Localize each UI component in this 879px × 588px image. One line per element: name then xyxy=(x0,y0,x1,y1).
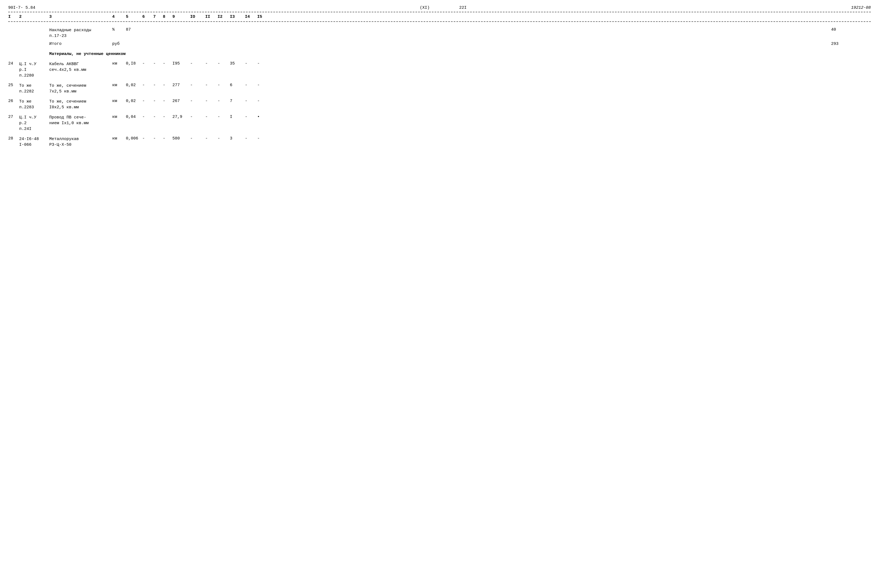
table-row: 25То жеп.2282То же, сечением7х2,5 кв.ммк… xyxy=(8,81,871,96)
header-divider xyxy=(8,21,871,22)
row-c13: I xyxy=(230,115,245,119)
overhead-section: Накладные расходы п.17-23 % 87 40 Итого … xyxy=(8,23,871,47)
row-c15: - xyxy=(257,61,270,66)
overhead-row-2: Итого руб 293 xyxy=(8,40,871,47)
row-c15: • xyxy=(257,115,270,119)
page-header: 90I-7- 5.84 (XI) 22I 19212-08 xyxy=(8,6,871,10)
row-desc: Провод ПВ сече-нием Iх1,0 кв.мм xyxy=(49,115,112,126)
row-c14: - xyxy=(245,83,257,87)
row-desc: То же, сечениемI0х2,5 кв.мм xyxy=(49,99,112,110)
overhead-unit-1: % xyxy=(112,27,126,32)
row-ref: Ц.I ч.Ур.2п.24I xyxy=(19,115,49,132)
row-c8: - xyxy=(163,115,173,119)
col-header-9: 9 xyxy=(173,15,190,19)
overhead-label-2: Итого xyxy=(49,42,112,46)
row-c13: 35 xyxy=(230,61,245,66)
col-header-8: 8 xyxy=(163,15,173,19)
row-num: 27 xyxy=(8,115,19,119)
row-c7: - xyxy=(153,115,163,119)
overhead-val5-1: 87 xyxy=(126,27,142,32)
col-header-14: I4 xyxy=(245,15,257,19)
row-c7: - xyxy=(153,83,163,87)
row-c5: 0,I8 xyxy=(126,61,142,66)
row-c11: - xyxy=(205,115,218,119)
table-row: 26То жеп.2283То же, сечениемI0х2,5 кв.мм… xyxy=(8,96,871,112)
row-c14: - xyxy=(245,115,257,119)
row-num: 26 xyxy=(8,99,19,104)
row-c14: - xyxy=(245,99,257,104)
row-c12: - xyxy=(218,83,230,87)
row-c7: - xyxy=(153,136,163,141)
row-c12: - xyxy=(218,61,230,66)
col-header-11: II xyxy=(205,15,218,19)
row-desc: МеталлорукавРЗ-Ц-Х-50 xyxy=(49,136,112,148)
row-c7: - xyxy=(153,99,163,104)
row-unit: км xyxy=(112,136,126,141)
row-c7: - xyxy=(153,61,163,66)
row-c8: - xyxy=(163,99,173,104)
row-c13: 3 xyxy=(230,136,245,141)
row-c9: I95 xyxy=(173,61,190,66)
row-c8: - xyxy=(163,61,173,66)
doc-number-left: 90I-7- 5.84 xyxy=(8,6,35,10)
col-header-13: I3 xyxy=(230,15,245,19)
row-c6: - xyxy=(142,61,153,66)
row-desc: То же, сечением7х2,5 кв.мм xyxy=(49,83,112,94)
col-header-10: IO xyxy=(190,15,205,19)
overhead-col13-1: 40 xyxy=(831,27,846,32)
col-header-15: I5 xyxy=(257,15,270,19)
row-ref: Ц.I ч.Ур.Iп.2280 xyxy=(19,61,49,78)
row-c13: 7 xyxy=(230,99,245,104)
row-num: 25 xyxy=(8,83,19,87)
table-row: 24Ц.I ч.Ур.Iп.2280Кабель АКВВГсеч.4х2,5 … xyxy=(8,59,871,81)
row-num: 24 xyxy=(8,61,19,66)
row-ref: То жеп.2282 xyxy=(19,83,49,94)
row-c6: - xyxy=(142,136,153,141)
row-c12: - xyxy=(218,136,230,141)
row-c15: - xyxy=(257,136,270,141)
column-headers: I 2 3 4 5 6 7 8 9 IO II I2 I3 I4 I5 xyxy=(8,14,871,20)
row-c8: - xyxy=(163,136,173,141)
row-c10: - xyxy=(190,115,205,119)
row-c9: 267 xyxy=(173,99,190,104)
data-rows: 24Ц.I ч.Ур.Iп.2280Кабель АКВВГсеч.4х2,5 … xyxy=(8,59,871,150)
overhead-label-1: Накладные расходы п.17-23 xyxy=(49,27,112,39)
row-c6: - xyxy=(142,99,153,104)
row-c6: - xyxy=(142,83,153,87)
row-c15: - xyxy=(257,83,270,87)
section-title-row: Материалы, не учтенные ценником xyxy=(8,47,871,59)
table-row: 27Ц.I ч.Ур.2п.24IПровод ПВ сече-нием Iх1… xyxy=(8,112,871,134)
col-header-6: 6 xyxy=(142,15,153,19)
row-unit: км xyxy=(112,61,126,66)
row-num: 28 xyxy=(8,136,19,141)
overhead-row-1: Накладные расходы п.17-23 % 87 40 xyxy=(8,26,871,40)
row-c5: 0,04 xyxy=(126,115,142,119)
row-c10: - xyxy=(190,99,205,104)
row-c5: 0,006 xyxy=(126,136,142,141)
row-unit: км xyxy=(112,83,126,87)
row-c8: - xyxy=(163,83,173,87)
col-header-3: 3 xyxy=(49,15,112,19)
row-c9: 580 xyxy=(173,136,190,141)
row-c11: - xyxy=(205,83,218,87)
row-c11: - xyxy=(205,99,218,104)
row-c6: - xyxy=(142,115,153,119)
row-c14: - xyxy=(245,61,257,66)
row-c5: 0,02 xyxy=(126,83,142,87)
section-title: Материалы, не учтенные ценником xyxy=(49,52,126,56)
row-unit: км xyxy=(112,115,126,119)
row-c13: 6 xyxy=(230,83,245,87)
row-c10: - xyxy=(190,61,205,66)
row-c9: 277 xyxy=(173,83,190,87)
row-c9: 27,9 xyxy=(173,115,190,119)
row-c12: - xyxy=(218,99,230,104)
row-c5: 0,02 xyxy=(126,99,142,104)
col-header-7: 7 xyxy=(153,15,163,19)
row-c10: - xyxy=(190,83,205,87)
top-divider xyxy=(8,12,871,12)
col-header-2: 2 xyxy=(19,15,49,19)
col-header-12: I2 xyxy=(218,15,230,19)
table-row: 2824-I6-48I-066МеталлорукавРЗ-Ц-Х-50км0,… xyxy=(8,134,871,150)
row-c11: - xyxy=(205,61,218,66)
row-c10: - xyxy=(190,136,205,141)
